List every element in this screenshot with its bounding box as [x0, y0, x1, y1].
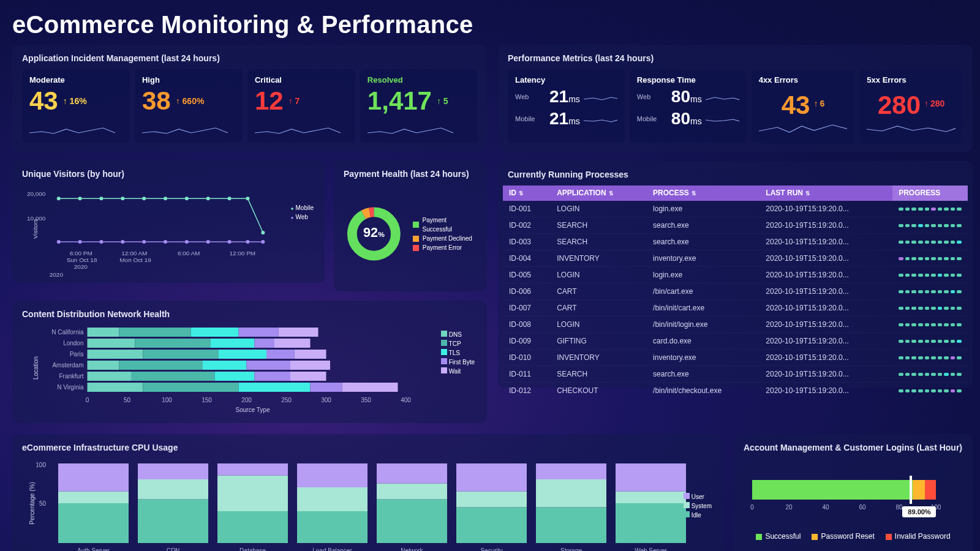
cpu-bar-seg[interactable]	[138, 500, 208, 544]
col-id[interactable]: ID⇅	[503, 186, 551, 201]
cdn-bar-seg[interactable]	[215, 372, 255, 381]
cell-id: ID-007	[503, 300, 551, 317]
xtick-0: 6:00 PM	[70, 250, 92, 257]
cdn-chart[interactable]: N CaliforniaLondonParisAmsterdamFrankfur…	[22, 325, 477, 420]
cpu-bar-seg[interactable]	[456, 508, 527, 544]
cpu-bar-seg[interactable]	[138, 479, 208, 500]
cdn-bar-seg[interactable]	[279, 328, 318, 337]
cdn-bar-seg[interactable]	[219, 350, 266, 359]
table-row[interactable]: ID-005 LOGIN login.exe 2020-10-19T15:19:…	[503, 267, 968, 283]
col-application[interactable]: APPLICATION⇅	[551, 186, 647, 201]
col-last-run[interactable]: LAST RUN⇅	[760, 186, 892, 201]
cell-id: ID-009	[503, 333, 551, 350]
cdn-bar-seg[interactable]	[255, 339, 275, 348]
processes-table: ID⇅APPLICATION⇅PROCESS⇅LAST RUN⇅PROGRESS…	[503, 186, 968, 399]
err5-spark	[867, 120, 956, 135]
cpu-bar-seg[interactable]	[377, 484, 447, 500]
cpu-bar-seg[interactable]	[58, 492, 129, 504]
cdn-bar-seg[interactable]	[239, 383, 311, 392]
sort-icon: ⇅	[519, 190, 524, 197]
cpu-bar-seg[interactable]	[297, 487, 368, 511]
cdn-bar-seg[interactable]	[247, 361, 291, 370]
payment-donut[interactable]: 92%	[344, 203, 404, 264]
table-row[interactable]: ID-008 LOGIN /bin/init/login.exe 2020-10…	[503, 317, 968, 333]
login-legend: SuccessfulPassword ResetInvalid Password	[744, 532, 963, 541]
cdn-bar-seg[interactable]	[290, 372, 326, 381]
cpu-bar-seg[interactable]	[536, 479, 606, 508]
svg-rect-32	[910, 476, 912, 504]
cpu-bar-seg[interactable]	[217, 476, 288, 512]
cdn-bar-seg[interactable]	[191, 328, 239, 337]
cell-id: ID-001	[503, 201, 551, 217]
cdn-bar-seg[interactable]	[143, 350, 219, 359]
cpu-ytick: 50	[39, 500, 47, 507]
incident-value: 38	[142, 88, 171, 114]
err5-value: 280	[878, 91, 921, 120]
cdn-xtick: 300	[321, 397, 331, 403]
cpu-bar-seg[interactable]	[297, 511, 368, 543]
table-row[interactable]: ID-002 SEARCH search.exe 2020-10-19T15:1…	[503, 217, 968, 234]
table-row[interactable]: ID-006 CART /bin/cart.exe 2020-10-19T15:…	[503, 283, 968, 300]
cdn-bar-seg[interactable]	[295, 350, 326, 359]
table-row[interactable]: ID-004 INVENTORY inventory.exe 2020-10-1…	[503, 250, 968, 267]
cpu-bar-seg[interactable]	[616, 503, 686, 543]
table-row[interactable]: ID-011 SEARCH search.exe 2020-10-19T15:1…	[503, 366, 968, 383]
cdn-bar-seg[interactable]	[88, 372, 132, 381]
table-row[interactable]: ID-010 INVENTORY inventory.exe 2020-10-1…	[503, 350, 968, 366]
cdn-bar-seg[interactable]	[211, 339, 255, 348]
cpu-bar-seg[interactable]	[456, 492, 527, 508]
incident-label: Resolved	[368, 75, 470, 84]
cpu-bar-seg[interactable]	[217, 511, 288, 543]
cpu-bar-seg[interactable]	[217, 463, 288, 476]
cdn-bar-seg[interactable]	[311, 383, 342, 392]
cpu-bar-seg[interactable]	[616, 463, 686, 492]
cpu-bar-seg[interactable]	[138, 463, 208, 479]
cdn-bar-seg[interactable]	[266, 350, 295, 359]
cpu-bar-seg[interactable]	[536, 508, 606, 544]
cpu-category: Auth Server	[77, 547, 110, 551]
cdn-bar-seg[interactable]	[135, 339, 211, 348]
cell-id: ID-006	[503, 283, 551, 300]
login-chart[interactable]: 020406080100 89.00%	[744, 459, 963, 526]
cpu-bar-seg[interactable]	[456, 463, 527, 492]
col-process[interactable]: PROCESS⇅	[647, 186, 760, 201]
cdn-bar-seg[interactable]	[239, 328, 279, 337]
cpu-bar-seg[interactable]	[616, 492, 686, 504]
cdn-bar-seg[interactable]	[88, 361, 119, 370]
cell-id: ID-004	[503, 250, 551, 267]
cell-app: LOGIN	[551, 267, 647, 283]
cdn-bar-seg[interactable]	[88, 383, 143, 392]
cell-proc: /bin/cart.exe	[647, 283, 760, 300]
cell-app: LOGIN	[551, 201, 647, 217]
cpu-bar-seg[interactable]	[58, 503, 129, 543]
cpu-bar-seg[interactable]	[58, 463, 129, 492]
cdn-bar-seg[interactable]	[342, 383, 398, 392]
table-row[interactable]: ID-012 CHECKOUT /bin/init/checkout.exe 2…	[503, 383, 968, 399]
cdn-bar-seg[interactable]	[88, 328, 119, 337]
cdn-bar-seg[interactable]	[131, 372, 215, 381]
cdn-bar-seg[interactable]	[203, 361, 247, 370]
cdn-bar-seg[interactable]	[88, 350, 143, 359]
col-progress[interactable]: PROGRESS	[892, 186, 968, 201]
table-row[interactable]: ID-009 GIFTING card.do.exe 2020-10-19T15…	[503, 333, 968, 350]
table-row[interactable]: ID-001 LOGIN login.exe 2020-10-19T15:19:…	[503, 201, 968, 217]
cdn-bar-seg[interactable]	[119, 361, 203, 370]
cdn-bar-seg[interactable]	[119, 328, 191, 337]
cell-progress	[892, 267, 968, 283]
cdn-bar-seg[interactable]	[255, 372, 291, 381]
visitors-chart[interactable]: 20,000 10,000 Visitors 6:00 PM Sun Oct 1…	[22, 185, 315, 277]
cpu-bar-seg[interactable]	[536, 463, 606, 479]
cdn-bar-seg[interactable]	[274, 339, 311, 348]
table-row[interactable]: ID-003 SEARCH search.exe 2020-10-19T15:1…	[503, 234, 968, 250]
cpu-bar-seg[interactable]	[297, 463, 368, 487]
cpu-chart[interactable]: 10050Auth ServerCDNDatabaseLoad Balancer…	[22, 459, 713, 551]
page-title: eCommerce Monitoring & Performance	[12, 0, 968, 45]
cdn-bar-seg[interactable]	[143, 383, 239, 392]
cdn-bar-seg[interactable]	[88, 339, 135, 348]
cpu-bar-seg[interactable]	[377, 463, 447, 484]
cdn-xtick: 350	[361, 397, 371, 403]
cpu-bar-seg[interactable]	[377, 500, 447, 544]
cell-progress	[892, 300, 968, 317]
table-row[interactable]: ID-007 CART /bin/init/cart.exe 2020-10-1…	[503, 300, 968, 317]
cdn-bar-seg[interactable]	[290, 361, 330, 370]
